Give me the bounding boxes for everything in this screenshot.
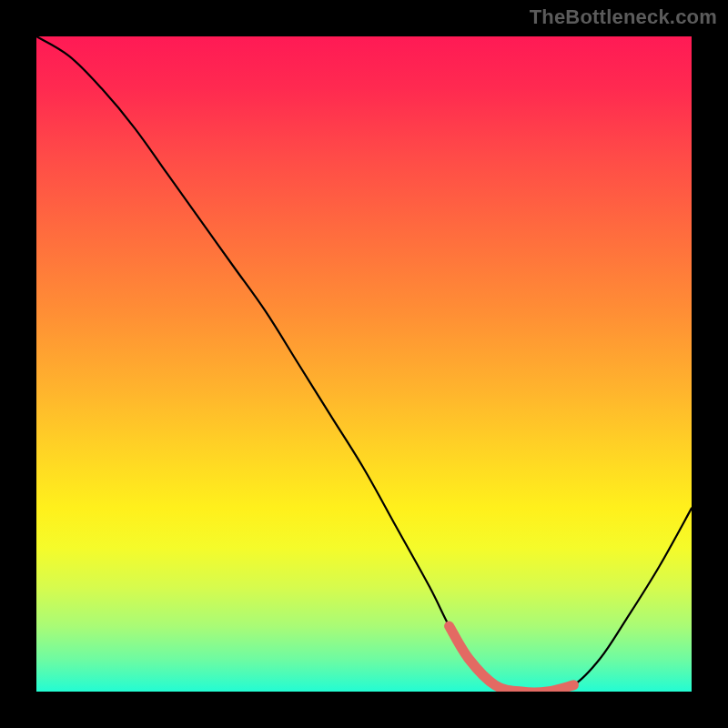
chart-svg xyxy=(36,36,692,692)
plot-area xyxy=(36,36,692,692)
chart-container: TheBottleneck.com xyxy=(0,0,728,728)
attribution-watermark: TheBottleneck.com xyxy=(530,5,717,29)
optimal-band-path xyxy=(450,626,574,692)
bottleneck-curve-path xyxy=(36,36,692,692)
